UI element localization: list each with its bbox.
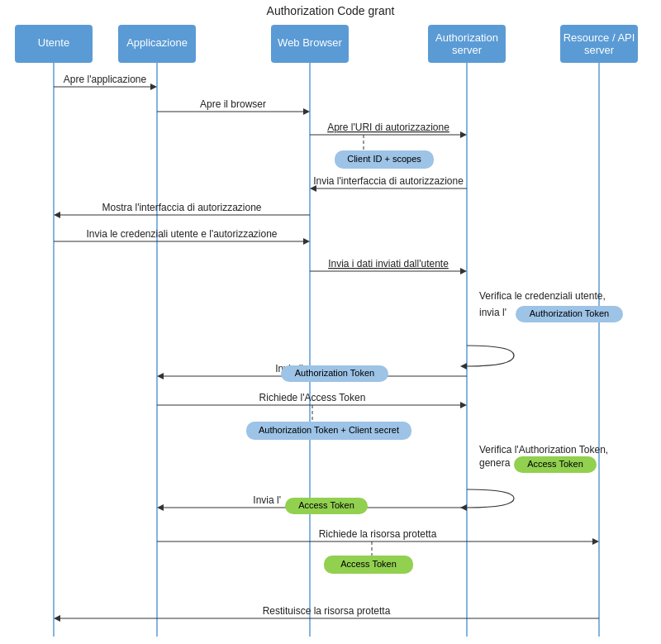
arrowhead-1	[150, 83, 157, 90]
msg-3: Apre l'URI di autorizzazione	[327, 122, 449, 133]
msg-8a: Verifica le credenziali utente,	[479, 290, 606, 302]
badge-access-token-2-text: Access Token	[298, 500, 354, 510]
diagram-title: Authorization Code grant	[267, 4, 395, 17]
actor-resourceserver-label2: server	[584, 44, 615, 56]
loop-arrow-2	[467, 489, 514, 508]
arrowhead-2	[303, 108, 310, 115]
loop-arrowhead-1	[460, 363, 467, 370]
msg-14: Restituisce la risorsa protetta	[263, 605, 391, 617]
msg-4: Invia l'interfaccia di autorizzazione	[313, 175, 464, 187]
badge-client-id-text: Client ID + scopes	[347, 154, 421, 164]
msg-7: Invia i dati inviati dall'utente	[328, 258, 449, 270]
msg-13: Richiede la risorsa protetta	[319, 528, 437, 540]
arrowhead-10	[460, 402, 467, 408]
msg-11b: genera	[479, 457, 511, 469]
loop-arrow-1	[467, 346, 514, 366]
arrowhead-5	[54, 212, 60, 218]
msg-1: Apre l'applicazione	[64, 74, 147, 85]
msg-10: Richiede l'Access Token	[259, 392, 366, 403]
msg-8b: invia l'	[479, 307, 506, 318]
actor-applicazione-label: Applicazione	[126, 36, 188, 49]
arrowhead-14	[54, 615, 60, 622]
msg-6: Invia le credenziali utente e l'autorizz…	[86, 228, 277, 240]
actor-utente-label: Utente	[38, 36, 69, 49]
msg-2: Apre il browser	[200, 98, 266, 110]
badge-access-token-1-text: Access Token	[527, 459, 583, 469]
arrowhead-6	[303, 238, 310, 245]
diagram-container: Authorization Code grant Utente Applicaz…	[0, 0, 661, 644]
arrowhead-3	[460, 131, 467, 138]
msg-12a: Invia l'	[253, 494, 281, 506]
arrowhead-12	[157, 504, 164, 511]
actor-resourceserver-label1: Resource / API	[564, 31, 635, 44]
msg-5: Mostra l'interfaccia di autorizzazione	[102, 202, 261, 213]
arrowhead-7	[460, 268, 467, 274]
actor-authserver-label1: Authorization	[435, 31, 498, 44]
badge-auth-token-1-text: Authorization Token	[530, 308, 609, 318]
arrowhead-13	[592, 538, 599, 545]
badge-auth-token-2-text: Authorization Token	[295, 368, 374, 378]
actor-authserver-label2: server	[452, 44, 483, 56]
actor-webbrowser-label: Web Browser	[278, 36, 342, 49]
arrowhead-9	[157, 373, 164, 379]
badge-access-token-3-text: Access Token	[340, 559, 397, 569]
badge-auth-secret-text: Authorization Token + Client secret	[259, 425, 399, 435]
msg-11a: Verifica l'Authorization Token,	[479, 444, 608, 456]
